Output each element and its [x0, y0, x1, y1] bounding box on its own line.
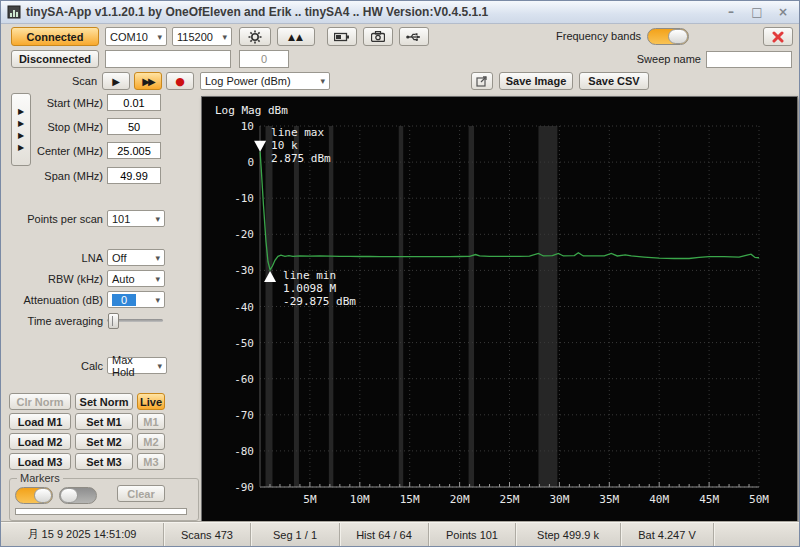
chevron-down-icon: ▾	[155, 295, 160, 305]
clr-norm-button[interactable]: Clr Norm	[9, 393, 71, 410]
svg-text:line max: line max	[271, 126, 324, 139]
load-m2-button[interactable]: Load M2	[9, 433, 71, 450]
chart-title: Log Mag dBm	[215, 104, 288, 117]
svg-text:0: 0	[247, 156, 254, 169]
device-info-field[interactable]	[105, 50, 231, 68]
stop-input[interactable]	[107, 118, 161, 135]
save-image-button[interactable]: Save Image	[499, 72, 573, 90]
set-m1-button[interactable]: Set M1	[75, 413, 133, 430]
svg-text:2.875 dBm: 2.875 dBm	[271, 152, 331, 165]
load-m1-button[interactable]: Load M1	[9, 413, 71, 430]
settings-button[interactable]	[239, 27, 271, 46]
window-title: tinySA-App v1.1.20.1 by OneOfEleven and …	[26, 5, 488, 19]
live-button[interactable]: Live	[137, 393, 165, 410]
toggle-knob	[60, 488, 78, 503]
lna-label: LNA	[11, 252, 103, 264]
rbw-select[interactable]: Auto ▾	[107, 270, 165, 287]
record-button[interactable]: ●	[166, 72, 194, 90]
time-averaging-label: Time averaging	[11, 315, 103, 327]
title-bar: tinySA-App v1.1.20.1 by OneOfEleven and …	[1, 1, 799, 24]
power-mode-select[interactable]: Log Power (dBm) ▾	[200, 72, 330, 90]
svg-text:-30: -30	[234, 264, 254, 277]
svg-text:50M: 50M	[749, 493, 769, 506]
status-bar: 月 15 9 2025 14:51:09 Scans 473 Seg 1 / 1…	[1, 522, 799, 546]
points-per-scan-label: Points per scan	[11, 213, 103, 225]
close-icon[interactable]: ×	[773, 4, 793, 20]
markers-group-label: Markers	[17, 472, 63, 484]
maximize-icon[interactable]: □	[747, 4, 767, 20]
lna-select[interactable]: Off ▾	[107, 249, 165, 266]
disconnected-button[interactable]: Disconnected	[11, 50, 99, 68]
com-port-select[interactable]: COM10 ▾	[105, 27, 167, 46]
baud-rate-value: 115200	[177, 31, 213, 43]
export-chart-button[interactable]	[471, 72, 493, 90]
set-norm-button[interactable]: Set Norm	[75, 393, 133, 410]
status-scans: Scans 473	[164, 523, 251, 546]
attenuation-select[interactable]: 0 ▾	[107, 291, 165, 308]
m1-button[interactable]: M1	[137, 413, 165, 430]
clear-markers-button[interactable]: Clear	[117, 485, 165, 502]
calc-value: Max Hold	[112, 354, 157, 378]
connected-button[interactable]: Connected	[11, 27, 99, 46]
scan-continuous-button[interactable]: ▶▶	[134, 72, 162, 90]
points-per-scan-select[interactable]: 101 ▾	[107, 210, 165, 227]
center-input[interactable]	[107, 142, 161, 159]
usb-button[interactable]	[399, 27, 429, 46]
marker1-toggle[interactable]	[15, 487, 53, 504]
record-icon: ●	[175, 75, 185, 88]
chart-canvas[interactable]: 100-10-20-30-40-50-60-70-80-905M10M15M20…	[202, 97, 795, 520]
svg-text:45M: 45M	[699, 493, 719, 506]
svg-text:-70: -70	[234, 409, 254, 422]
spectrum-chart[interactable]: Log Mag dBm 100-10-20-30-40-50-60-70-80-…	[201, 96, 798, 523]
usb-icon	[406, 32, 422, 42]
rbw-label: RBW (kHz)	[11, 273, 103, 285]
toggle-knob	[668, 29, 688, 44]
m2-button[interactable]: M2	[137, 433, 165, 450]
set-m2-button[interactable]: Set M2	[75, 433, 133, 450]
svg-text:10 k: 10 k	[271, 139, 298, 152]
chevron-down-icon: ▾	[222, 32, 227, 42]
save-csv-button[interactable]: Save CSV	[579, 72, 649, 90]
up-arrows-icon: ▲▲	[288, 32, 304, 42]
time-averaging-slider[interactable]	[107, 313, 163, 327]
minimize-icon[interactable]: –	[721, 4, 741, 20]
svg-text:-10: -10	[234, 192, 254, 205]
status-spacer	[714, 523, 799, 546]
right-arrow-icon: ▶	[18, 131, 24, 140]
exit-button[interactable]	[763, 27, 793, 46]
svg-text:40M: 40M	[649, 493, 669, 506]
sweep-name-input[interactable]	[706, 51, 792, 68]
export-chart-icon	[476, 75, 488, 87]
span-input[interactable]	[107, 167, 161, 184]
frequency-bands-toggle[interactable]	[647, 28, 689, 45]
fast-forward-icon: ▶▶	[142, 76, 153, 87]
play-icon: ▶	[112, 76, 120, 87]
svg-text:-20: -20	[234, 228, 254, 241]
chevron-down-icon: ▾	[157, 361, 162, 371]
marker2-toggle[interactable]	[59, 487, 97, 504]
gear-icon	[248, 30, 262, 44]
slider-knob[interactable]	[108, 313, 119, 329]
screenshot-button[interactable]	[363, 27, 393, 46]
baud-rate-select[interactable]: 115200 ▾	[172, 27, 232, 46]
numeric-field[interactable]	[239, 50, 289, 68]
svg-text:25M: 25M	[500, 493, 520, 506]
raise-priority-button[interactable]: ▲▲	[277, 27, 315, 46]
tinysa-app-window: { "window": { "title": "tinySA-App v1.1.…	[0, 0, 800, 547]
calc-select[interactable]: Max Hold ▾	[107, 357, 167, 374]
load-m3-button[interactable]: Load M3	[9, 453, 71, 470]
set-m3-button[interactable]: Set M3	[75, 453, 133, 470]
right-arrow-icon: ▶	[18, 107, 24, 116]
svg-text:10M: 10M	[350, 493, 370, 506]
svg-text:35M: 35M	[599, 493, 619, 506]
app-icon	[7, 5, 21, 19]
battery-button[interactable]	[327, 27, 357, 46]
sweep-name-label: Sweep name	[616, 53, 701, 65]
start-input[interactable]	[107, 94, 161, 111]
m3-button[interactable]: M3	[137, 453, 165, 470]
svg-text:15M: 15M	[400, 493, 420, 506]
status-datetime: 月 15 9 2025 14:51:09	[1, 523, 164, 546]
start-label: Start (MHz)	[31, 97, 103, 109]
scan-once-button[interactable]: ▶	[102, 72, 130, 90]
battery-icon	[334, 32, 350, 42]
